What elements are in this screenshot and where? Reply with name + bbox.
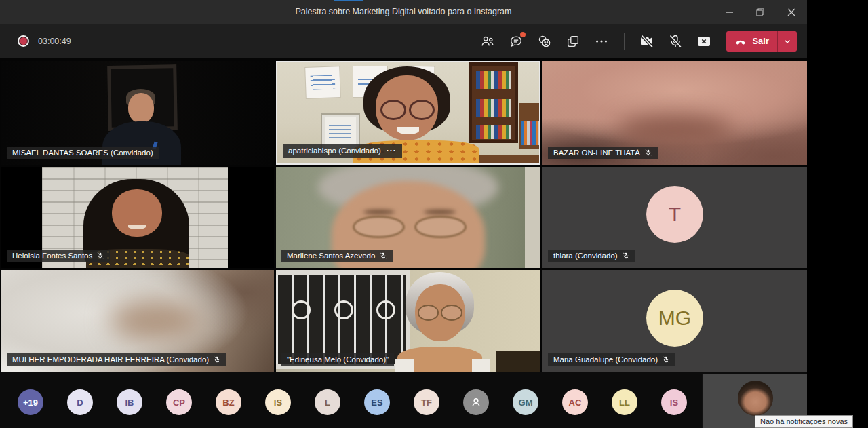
- reactions-button[interactable]: [536, 33, 553, 50]
- participant-avatar[interactable]: LL: [612, 389, 637, 415]
- close-window-button[interactable]: [776, 0, 807, 24]
- video-tile-apatriciabispo[interactable]: apatriciabispo (Convidado) ···: [276, 61, 540, 165]
- participant-avatar[interactable]: BZ: [216, 389, 241, 415]
- participant-name: Marilene Santos Azevedo: [287, 252, 375, 260]
- name-tag: thiara (Convidado): [548, 250, 635, 262]
- participant-name: BAZAR ON-LINE THATÁ: [553, 149, 640, 157]
- video-tile-heloisia[interactable]: Heloisia Fontes Santos: [1, 167, 274, 268]
- chevron-down-icon: [783, 37, 791, 45]
- video-tile-misael[interactable]: MISAEL DANTAS SOARES (Convidado): [1, 61, 274, 165]
- breakout-rooms-icon: [566, 34, 580, 49]
- participant-avatar[interactable]: +19: [18, 389, 43, 415]
- teams-meeting-window: Palestra sobre Marketing Digital voltado…: [0, 0, 807, 428]
- mic-off-icon: [667, 33, 684, 50]
- bottom-bar: +19DIBCPBZISLESTFGMACLLIS: [0, 372, 807, 428]
- self-avatar: [738, 381, 773, 416]
- name-tag: Heloisia Fontes Santos: [7, 250, 110, 262]
- name-tag: MISAEL DANTAS SOARES (Convidado): [7, 147, 159, 159]
- maximize-restore-icon: [756, 8, 764, 16]
- video-tile-edineusa[interactable]: "Edineusa Melo (Convidado)": [276, 270, 540, 372]
- stop-sharing-button[interactable]: [696, 33, 712, 50]
- mic-off-icon: [379, 252, 387, 260]
- minimize-button[interactable]: [713, 0, 745, 24]
- name-tag: apatriciabispo (Convidado) ···: [283, 144, 402, 158]
- video-tile-thiara[interactable]: T thiara (Convidado): [542, 167, 807, 268]
- camera-off-icon: [639, 33, 655, 50]
- chat-button[interactable]: [508, 33, 524, 50]
- leave-options-button[interactable]: [778, 31, 797, 52]
- leave-button-label: Sair: [752, 36, 769, 46]
- mic-off-icon: [644, 149, 652, 157]
- meeting-toolbar: 03:00:49: [0, 24, 807, 58]
- avatar: MG: [646, 290, 703, 347]
- recording-indicator-icon: [18, 35, 29, 47]
- video-stage: MISAEL DANTAS SOARES (Convidado) apatric…: [0, 58, 807, 372]
- mic-off-icon: [662, 355, 670, 364]
- hang-up-icon: [734, 35, 747, 47]
- mic-off-icon: [96, 252, 104, 260]
- participant-avatar[interactable]: CP: [166, 389, 192, 415]
- name-tag: Marilene Santos Azevedo: [281, 250, 393, 262]
- maximize-restore-button[interactable]: [745, 0, 776, 24]
- avatar: T: [646, 186, 703, 243]
- mic-toggle-button[interactable]: [667, 33, 684, 50]
- participant-name: MULHER EMPODERADA HAIR FERREIRA (Convida…: [12, 355, 209, 364]
- participant-name: MISAEL DANTAS SOARES (Convidado): [12, 149, 153, 157]
- toolbar-divider: [624, 33, 625, 50]
- meeting-timer: 03:00:49: [38, 37, 71, 46]
- minimize-icon: [726, 8, 733, 16]
- participant-avatar[interactable]: AC: [562, 389, 588, 415]
- more-options-button[interactable]: [593, 33, 610, 50]
- leave-button[interactable]: Sair: [726, 31, 777, 52]
- participant-avatar-anonymous[interactable]: [463, 389, 489, 415]
- mic-off-icon: [213, 355, 221, 364]
- camera-toggle-button[interactable]: [639, 33, 655, 50]
- participant-avatar[interactable]: L: [315, 389, 340, 415]
- participant-avatar[interactable]: IS: [265, 389, 291, 415]
- participant-avatar[interactable]: IS: [661, 389, 687, 415]
- titlebar: Palestra sobre Marketing Digital voltado…: [0, 0, 807, 24]
- leave-split-button: Sair: [726, 31, 797, 52]
- participant-avatar[interactable]: GM: [513, 389, 538, 415]
- participants-button[interactable]: [479, 33, 496, 50]
- breakout-rooms-button[interactable]: [565, 33, 581, 50]
- participant-avatar[interactable]: ES: [364, 389, 390, 415]
- close-icon: [787, 8, 795, 16]
- window-title: Palestra sobre Marketing Digital voltado…: [0, 0, 807, 24]
- reactions-icon: [537, 34, 552, 49]
- participant-avatar[interactable]: IB: [117, 389, 142, 415]
- participant-name: apatriciabispo (Convidado): [288, 147, 381, 155]
- person-icon: [469, 395, 483, 409]
- mic-off-icon: [622, 252, 630, 260]
- participant-avatar[interactable]: D: [67, 389, 93, 415]
- video-tile-marilene[interactable]: Marilene Santos Azevedo: [276, 167, 540, 268]
- participant-name: Heloisia Fontes Santos: [12, 252, 92, 260]
- name-tag: MULHER EMPODERADA HAIR FERREIRA (Convida…: [7, 353, 226, 366]
- participants-icon: [480, 34, 495, 49]
- participant-avatar[interactable]: TF: [414, 389, 439, 415]
- tile-more-options-button[interactable]: ···: [387, 146, 397, 155]
- name-tag: Maria Guadalupe (Convidado): [548, 353, 675, 366]
- video-tile-mulher-empoderada[interactable]: MULHER EMPODERADA HAIR FERREIRA (Convida…: [1, 270, 274, 372]
- video-tile-bazar[interactable]: BAZAR ON-LINE THATÁ: [542, 61, 807, 165]
- notifications-tooltip: Não há notificações novas: [755, 415, 853, 428]
- participant-name: thiara (Convidado): [553, 252, 618, 260]
- avatar-initials: T: [669, 203, 681, 226]
- avatar-initials: MG: [658, 307, 691, 330]
- stop-sharing-icon: [696, 33, 712, 50]
- participant-name: Maria Guadalupe (Convidado): [553, 355, 658, 364]
- participants-strip: +19DIBCPBZISLESTFGMACLLIS: [18, 389, 687, 415]
- name-tag: BAZAR ON-LINE THATÁ: [548, 147, 658, 159]
- name-tag: "Edineusa Melo (Convidado)": [281, 353, 394, 366]
- chat-notification-badge: [520, 32, 526, 37]
- more-options-icon: [594, 34, 609, 49]
- participant-name: "Edineusa Melo (Convidado)": [287, 355, 389, 364]
- video-tile-maria-guadalupe[interactable]: MG Maria Guadalupe (Convidado): [542, 270, 807, 372]
